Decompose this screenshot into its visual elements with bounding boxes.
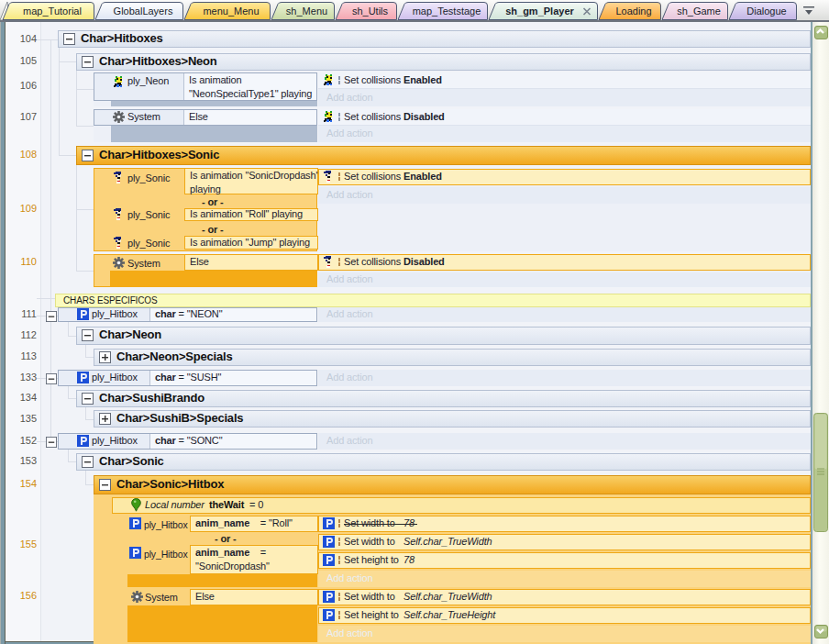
svg-text:sh_Menu: sh_Menu <box>286 6 327 17</box>
svg-text:sh_gm_Player: sh_gm_Player <box>505 6 574 17</box>
svg-text:Loading: Loading <box>615 6 651 17</box>
svg-text:sh_Utils: sh_Utils <box>352 6 389 17</box>
svg-text:sh_Game: sh_Game <box>677 6 721 17</box>
svg-text:map_Teststage: map_Teststage <box>413 6 481 17</box>
svg-text:Dialogue: Dialogue <box>746 6 786 17</box>
svg-text:map_Tutorial: map_Tutorial <box>23 6 82 17</box>
svg-text:menu_Menu: menu_Menu <box>203 6 259 17</box>
svg-text:GlobalLayers: GlobalLayers <box>114 6 173 17</box>
